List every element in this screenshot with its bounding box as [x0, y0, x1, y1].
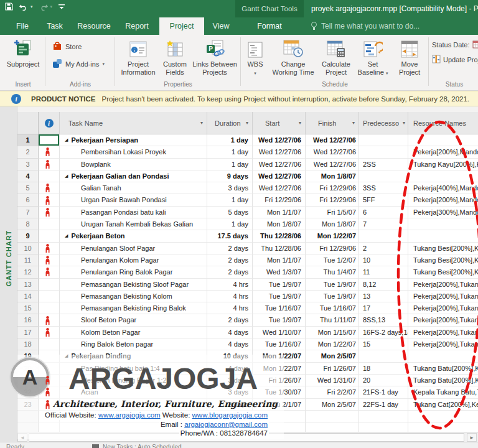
row-number-cell[interactable]: 8 [17, 218, 39, 230]
task-name-cell[interactable]: Kolom Beton Pagar [60, 327, 207, 338]
column-header-resource-names[interactable]: Resource Names [408, 112, 478, 134]
predecessors-cell[interactable]: 8,12 [359, 279, 408, 291]
resource-names-cell[interactable] [408, 170, 478, 182]
table-row[interactable]: 8Urugan Tanah Kembali Bekas Galian1 dayM… [17, 218, 478, 230]
finish-cell[interactable]: Mon 1/22/07 [306, 230, 359, 242]
duration-cell[interactable]: 3 days [207, 182, 253, 194]
status-date-field[interactable]: Status Date: 12 [432, 40, 478, 50]
task-name-cell[interactable]: Galian Tanah [60, 182, 207, 194]
tab-format[interactable]: Format [248, 17, 291, 35]
resource-names-cell[interactable]: Pekerja[200%],Mandor [408, 146, 478, 158]
predecessors-cell[interactable]: 13 [359, 291, 408, 302]
calculate-project-button[interactable]: CalculateProject [319, 36, 354, 77]
start-cell[interactable]: Tue 1/9/07 [253, 314, 306, 326]
finish-cell[interactable]: Fri 12/29/06 [306, 194, 359, 206]
indicator-cell[interactable] [39, 146, 60, 158]
column-header-start[interactable]: Start▾ [253, 112, 306, 134]
resource-names-cell[interactable]: Pekerja[200%],Tukang K [408, 302, 478, 314]
resource-names-cell[interactable] [408, 230, 478, 242]
indicator-cell[interactable] [39, 338, 60, 350]
duration-cell[interactable]: 1 day [207, 146, 253, 158]
duration-cell[interactable]: 1 day [207, 194, 253, 206]
predecessors-cell[interactable]: 5FF [359, 194, 408, 206]
duration-cell[interactable]: 2 days [207, 266, 253, 278]
indicator-cell[interactable] [39, 314, 60, 326]
row-number-cell[interactable]: 11 [17, 254, 39, 266]
row-number-cell[interactable]: 15 [17, 302, 39, 314]
finish-cell[interactable]: Wed 12/27/06 [306, 146, 359, 158]
start-cell[interactable]: Tue 1/16/07 [253, 302, 306, 314]
row-number-cell[interactable]: 10 [17, 243, 39, 254]
resource-names-cell[interactable]: Pekerja[200%],Tukang B [408, 327, 478, 338]
duration-cell[interactable]: 4 days [207, 327, 253, 338]
predecessors-cell[interactable]: 10 [359, 254, 408, 266]
start-cell[interactable]: Wed 1/10/07 [253, 327, 306, 338]
predecessors-cell[interactable]: 6 [359, 207, 408, 218]
predecessors-cell[interactable]: 3SS [359, 182, 408, 194]
new-tasks-status[interactable]: New Tasks : Auto Scheduled [103, 444, 182, 448]
resource-names-cell[interactable]: Tukang Besi[200%],Kepa [408, 254, 478, 266]
finish-cell[interactable]: Mon 1/8/07 [306, 218, 359, 230]
duration-cell[interactable]: 1 day [207, 159, 253, 170]
column-header-duration[interactable]: Duration▾ [207, 112, 253, 134]
indicator-cell[interactable] [39, 266, 60, 278]
resource-names-cell[interactable]: Tukang Batu[200%],Kepa [408, 375, 478, 386]
resource-names-cell[interactable]: Pekerja[300%],Mandor [408, 207, 478, 218]
table-row[interactable]: 12Penulangan Ring Balok Pagar2 daysWed 1… [17, 266, 478, 278]
task-name-cell[interactable]: Penulangan Sloof Pagar [60, 243, 207, 254]
row-number-cell[interactable]: 13 [17, 279, 39, 291]
website-link[interactable]: www.argajogja.com [98, 411, 161, 419]
indicator-cell[interactable] [39, 170, 60, 182]
tab-project[interactable]: Project [159, 17, 204, 35]
predecessors-cell[interactable]: 18 [359, 363, 408, 375]
task-name-cell[interactable]: Bowplank [60, 159, 207, 170]
start-cell[interactable]: Wed 12/27/06 [253, 146, 306, 158]
start-cell[interactable]: Tue 1/16/07 [253, 338, 306, 350]
update-project-button[interactable]: Update Project [432, 55, 478, 65]
start-cell[interactable]: Wed 12/27/06 [253, 159, 306, 170]
task-name-cell[interactable]: Pembersihan Lokasi Proyek [60, 146, 207, 158]
indicator-cell[interactable] [39, 279, 60, 291]
row-number-cell[interactable]: 9 [17, 230, 39, 242]
resource-names-cell[interactable]: Pekerja[400%],Mandor [408, 182, 478, 194]
undo-icon[interactable] [19, 3, 28, 11]
website2-link[interactable]: www.blogargajogja.com [192, 411, 268, 419]
column-header-task-name[interactable]: Task Name▾ [60, 112, 207, 134]
filter-arrow-icon[interactable]: ▾ [299, 120, 301, 126]
filter-arrow-icon[interactable]: ▾ [200, 120, 203, 126]
resource-names-cell[interactable]: Pekerja[200%],Tukang B [408, 314, 478, 326]
task-name-cell[interactable]: Penulangan Kolom Pagar [60, 254, 207, 266]
indicator-cell[interactable] [39, 327, 60, 338]
column-header-predecessors[interactable]: Predecesso▾ [359, 112, 408, 134]
row-number-cell[interactable]: 14 [17, 291, 39, 302]
row-number-cell[interactable]: 12 [17, 266, 39, 278]
resource-names-cell[interactable]: Tukang Cat[200%],Kepal [408, 399, 478, 411]
duration-cell[interactable]: 4 days [207, 338, 253, 350]
row-number-cell[interactable]: 6 [17, 194, 39, 206]
duration-cell[interactable]: 17.5 days [207, 230, 253, 242]
resource-names-cell[interactable] [408, 411, 478, 422]
predecessors-cell[interactable]: 16FS-2 days,14 [359, 327, 408, 338]
start-cell[interactable]: Tue 1/9/07 [253, 291, 306, 302]
start-cell[interactable]: Mon 1/1/07 [253, 254, 306, 266]
indicator-cell[interactable] [39, 254, 60, 266]
predecessors-cell[interactable]: 21FS-1 day [359, 386, 408, 398]
table-row[interactable]: 10Penulangan Sloof Pagar2 daysThu 12/28/… [17, 243, 478, 254]
table-row[interactable]: 6Urgan Pasir Bawah Pondasi1 dayFri 12/29… [17, 194, 478, 206]
column-header-finish[interactable]: Finish▾ [306, 112, 359, 134]
links-between-projects-button[interactable]: P Links BetweenProjects [190, 36, 239, 77]
undo-dropdown-icon[interactable]: ▾ [30, 4, 33, 9]
predecessors-cell[interactable] [359, 230, 408, 242]
finish-cell[interactable]: Tue 1/2/07 [306, 254, 359, 266]
duration-cell[interactable]: 4 hrs [207, 291, 253, 302]
finish-cell[interactable]: Fri 2/2/07 [306, 386, 359, 398]
finish-cell[interactable]: Wed 12/27/06 [306, 159, 359, 170]
table-row[interactable]: 9◢Pekerjaan Beton17.5 daysThu 12/28/06Mo… [17, 230, 478, 242]
table-row[interactable]: 13Pemasangan Bekisting Sloof Pagar4 hrsT… [17, 279, 478, 291]
collapse-triangle-icon[interactable]: ◢ [65, 230, 68, 241]
table-row[interactable]: 18Ring Balok Beton pagar4 daysTue 1/16/0… [17, 338, 478, 350]
indicator-cell[interactable] [39, 302, 60, 314]
resource-names-cell[interactable]: Pekerja[200%],Tukang B [408, 338, 478, 350]
resource-names-cell[interactable]: Tukang Kayu[200%],Kep [408, 159, 478, 170]
move-project-button[interactable]: MoveProject [393, 36, 426, 77]
